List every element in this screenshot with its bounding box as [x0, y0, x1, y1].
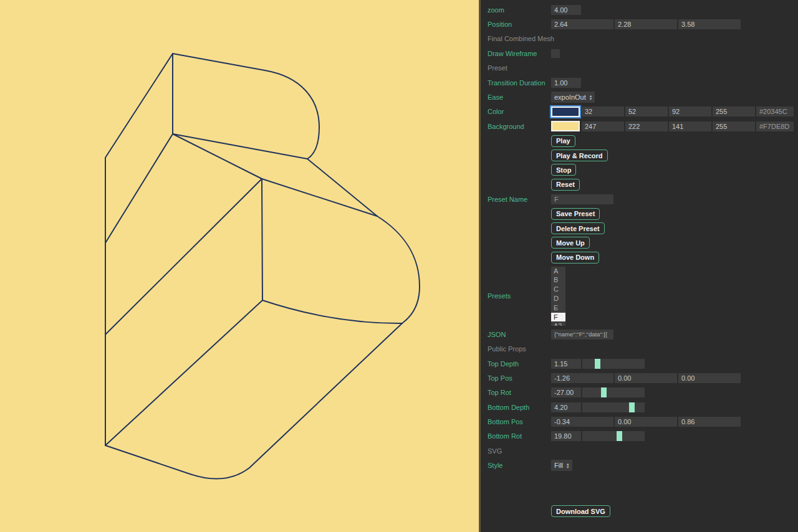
row-top-depth: Top Depth 1.15: [488, 356, 798, 371]
reset-button[interactable]: Reset: [551, 179, 580, 191]
transition-duration-field[interactable]: 1.00: [551, 78, 581, 88]
position-x-field[interactable]: 2.64: [551, 19, 613, 29]
letterform-path: [105, 323, 402, 479]
top-rot-slider[interactable]: [582, 387, 645, 397]
background-a-field[interactable]: 255: [713, 121, 755, 131]
ease-select[interactable]: expoInOut ▴▾: [551, 92, 595, 103]
background-g-field[interactable]: 222: [625, 121, 668, 131]
top-rot-slider-handle[interactable]: [601, 387, 607, 397]
top-rot-field[interactable]: -27.00: [551, 387, 581, 397]
top-pos-y-field[interactable]: 0.00: [615, 373, 677, 383]
bottom-rot-field[interactable]: 19.80: [551, 431, 581, 441]
top-depth-field[interactable]: 1.15: [551, 359, 581, 369]
style-select[interactable]: Fill ▴▾: [551, 460, 572, 471]
zoom-label: zoom: [488, 6, 551, 14]
letterform-path: [307, 159, 377, 216]
bottom-pos-label: Bottom Pos: [488, 418, 551, 425]
color-hex-field[interactable]: #20345C: [756, 107, 794, 116]
preset-name-label: Preset Name: [488, 196, 551, 203]
move-down-button[interactable]: Move Down: [551, 252, 599, 264]
preset-option-F[interactable]: F: [551, 313, 565, 322]
row-zoom: zoom 4.00: [488, 2, 798, 17]
background-label: Background: [488, 123, 551, 130]
canvas-viewport[interactable]: [0, 0, 479, 532]
color-r-field[interactable]: 32: [582, 107, 624, 116]
row-move-down: Move Down: [488, 250, 798, 265]
presets-label: Presets: [488, 292, 551, 300]
position-z-field[interactable]: 3.58: [678, 19, 741, 29]
preset-header: Preset: [488, 64, 675, 72]
letterform-path: [262, 179, 262, 300]
draw-wireframe-checkbox[interactable]: [551, 49, 560, 58]
control-panel: zoom 4.00 Position 2.64 2.28 3.58 Final …: [479, 0, 798, 532]
top-pos-x-field[interactable]: -1.26: [551, 373, 613, 383]
play-record-button[interactable]: Play & Record: [551, 150, 608, 161]
svg-header: SVG: [488, 447, 675, 455]
public-props-header: Public Props: [488, 345, 675, 353]
top-pos-z-field[interactable]: 0.00: [678, 373, 741, 383]
top-rot-label: Top Rot: [488, 389, 551, 396]
row-delete-preset: Delete Preset: [488, 221, 798, 235]
delete-preset-button[interactable]: Delete Preset: [551, 222, 605, 234]
json-label: JSON: [488, 331, 551, 338]
letterform-path: [105, 134, 173, 243]
bottom-rot-slider-handle[interactable]: [617, 431, 622, 441]
presets-listbox[interactable]: ABCDEFA2: [551, 267, 565, 326]
row-style: Style Fill ▴▾: [488, 458, 798, 473]
row-json: JSON {"name":"F","data":[{: [488, 327, 798, 341]
background-b-field[interactable]: 141: [669, 121, 711, 131]
color-label: Color: [488, 108, 551, 115]
bottom-depth-slider-handle[interactable]: [629, 402, 635, 412]
position-y-field[interactable]: 2.28: [615, 19, 677, 29]
section-svg: SVG: [488, 444, 798, 458]
letterform-path: [173, 54, 319, 159]
row-play: Play: [488, 134, 798, 148]
row-background: Background 247 222 141 255 #F7DE8D: [488, 119, 798, 133]
preset-option-E[interactable]: E: [551, 303, 565, 313]
bottom-pos-x-field[interactable]: -0.34: [551, 417, 613, 427]
top-depth-label: Top Depth: [488, 360, 551, 368]
play-button[interactable]: Play: [551, 135, 575, 147]
top-depth-slider[interactable]: [582, 359, 645, 369]
bottom-pos-y-field[interactable]: 0.00: [615, 417, 677, 427]
move-up-button[interactable]: Move Up: [551, 237, 590, 249]
style-select-value: Fill: [554, 462, 563, 469]
bottom-rot-label: Bottom Rot: [488, 432, 551, 440]
download-svg-button[interactable]: Download SVG: [551, 505, 610, 517]
row-position: Position 2.64 2.28 3.58: [488, 17, 798, 31]
background-swatch[interactable]: [551, 121, 580, 131]
background-r-field[interactable]: 247: [582, 121, 624, 131]
bottom-pos-z-field[interactable]: 0.86: [678, 417, 741, 427]
preset-option-D[interactable]: D: [551, 294, 565, 303]
color-b-field[interactable]: 92: [669, 107, 711, 116]
color-a-field[interactable]: 255: [713, 107, 755, 116]
section-preset: Preset: [488, 61, 798, 75]
preset-name-field[interactable]: F: [551, 194, 613, 204]
bottom-depth-label: Bottom Depth: [488, 404, 551, 411]
stop-button[interactable]: Stop: [551, 164, 576, 176]
color-swatch[interactable]: [551, 107, 580, 117]
bottom-rot-slider[interactable]: [582, 431, 645, 441]
preset-option-C[interactable]: C: [551, 285, 565, 294]
zoom-value-field[interactable]: 4.00: [551, 5, 581, 15]
row-ease: Ease expoInOut ▴▾: [488, 90, 798, 104]
row-download-svg: Download SVG: [488, 504, 798, 518]
bottom-depth-field[interactable]: 4.20: [551, 402, 581, 412]
row-color: Color 32 52 92 255 #20345C: [488, 105, 798, 119]
top-depth-slider-handle[interactable]: [595, 359, 600, 369]
preset-option-A2[interactable]: A2: [551, 321, 565, 325]
color-g-field[interactable]: 52: [625, 107, 668, 116]
row-top-rot: Top Rot -27.00: [488, 386, 798, 400]
preset-option-A[interactable]: A: [551, 267, 565, 276]
row-reset: Reset: [488, 178, 798, 192]
letterform-path: [173, 134, 307, 159]
save-preset-button[interactable]: Save Preset: [551, 208, 600, 220]
row-stop: Stop: [488, 163, 798, 177]
background-hex-field[interactable]: #F7DE8D: [756, 121, 794, 131]
section-public-props: Public Props: [488, 341, 798, 356]
preset-option-B[interactable]: B: [551, 275, 565, 285]
ease-label: Ease: [488, 93, 551, 101]
row-move-up: Move Up: [488, 235, 798, 250]
bottom-depth-slider[interactable]: [582, 402, 645, 412]
json-field[interactable]: {"name":"F","data":[{: [551, 330, 613, 340]
